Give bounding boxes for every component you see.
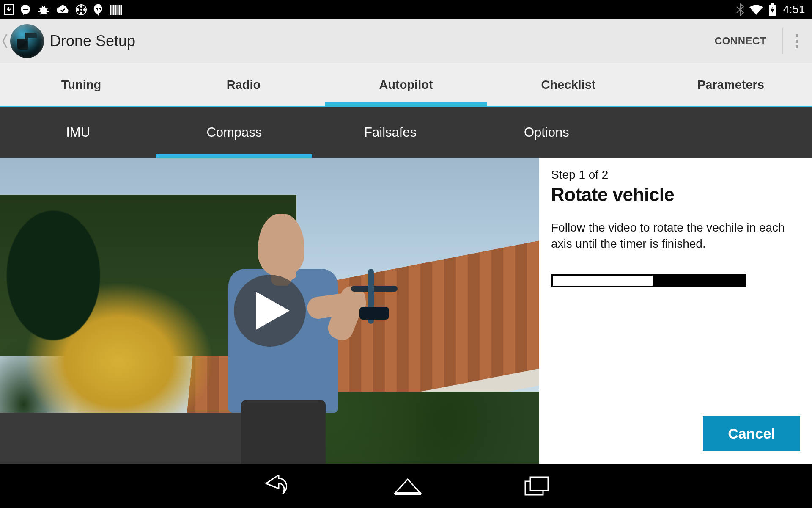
svg-point-9: [80, 9, 82, 11]
tab-checklist[interactable]: Checklist: [487, 64, 650, 106]
app-logo-icon[interactable]: [10, 24, 44, 58]
bluetooth-icon: [736, 3, 744, 16]
tab-tuning[interactable]: Tuning: [0, 64, 162, 106]
barcode-icon: [110, 4, 122, 15]
progress-bar: [551, 274, 746, 287]
nav-recent-button[interactable]: [524, 476, 550, 496]
page-title: Drone Setup: [50, 32, 135, 50]
status-bar: 4:51: [0, 0, 812, 19]
subtab-options[interactable]: Options: [469, 107, 625, 158]
nav-home-button[interactable]: [393, 477, 422, 495]
status-right: 4:51: [736, 3, 808, 16]
sub-tabs: IMU Compass Failsafes Options: [0, 107, 812, 158]
svg-rect-11: [771, 3, 774, 5]
action-bar: Drone Setup CONNECT: [0, 19, 812, 64]
tab-parameters[interactable]: Parameters: [650, 64, 812, 106]
svg-rect-2: [23, 9, 28, 10]
nav-back-button[interactable]: [262, 475, 291, 497]
subtab-imu[interactable]: IMU: [0, 107, 156, 158]
step-description: Follow the video to rotate the vechile i…: [551, 220, 800, 252]
cloud-check-icon: [56, 5, 69, 15]
status-left: [4, 3, 122, 16]
bug-icon: [37, 4, 50, 15]
svg-point-8: [83, 8, 86, 11]
back-button[interactable]: [0, 28, 9, 54]
progress-fill: [553, 276, 653, 286]
svg-rect-14: [530, 477, 548, 491]
play-button[interactable]: [234, 275, 306, 347]
subtab-spacer: [625, 107, 812, 158]
subtab-failsafes[interactable]: Failsafes: [312, 107, 468, 158]
chat-icon: [19, 4, 31, 16]
svg-point-7: [77, 8, 79, 11]
wifi-icon: [749, 4, 763, 15]
step-title: Rotate vehicle: [551, 184, 800, 205]
primary-tabs: Tuning Radio Autopilot Checklist Paramet…: [0, 64, 812, 107]
divider: [782, 28, 783, 54]
content-area: Step 1 of 2 Rotate vehicle Follow the vi…: [0, 158, 812, 464]
svg-marker-12: [256, 292, 290, 330]
cancel-button[interactable]: Cancel: [703, 416, 800, 451]
download-icon: [4, 4, 14, 15]
system-nav-bar: [0, 464, 812, 508]
step-counter: Step 1 of 2: [551, 168, 800, 182]
hangouts-icon: [93, 3, 104, 16]
svg-point-6: [80, 12, 82, 14]
svg-point-5: [80, 5, 82, 8]
overflow-menu-button[interactable]: [786, 29, 808, 53]
play-icon: [256, 292, 290, 330]
reel-icon: [75, 4, 87, 16]
battery-charging-icon: [768, 3, 776, 16]
connect-button[interactable]: CONNECT: [702, 25, 779, 57]
video-player[interactable]: [0, 158, 539, 464]
subtab-compass[interactable]: Compass: [156, 107, 312, 158]
status-clock: 4:51: [781, 3, 808, 16]
tab-autopilot[interactable]: Autopilot: [325, 64, 487, 106]
instruction-panel: Step 1 of 2 Rotate vehicle Follow the vi…: [539, 158, 812, 464]
tab-radio[interactable]: Radio: [162, 64, 325, 106]
